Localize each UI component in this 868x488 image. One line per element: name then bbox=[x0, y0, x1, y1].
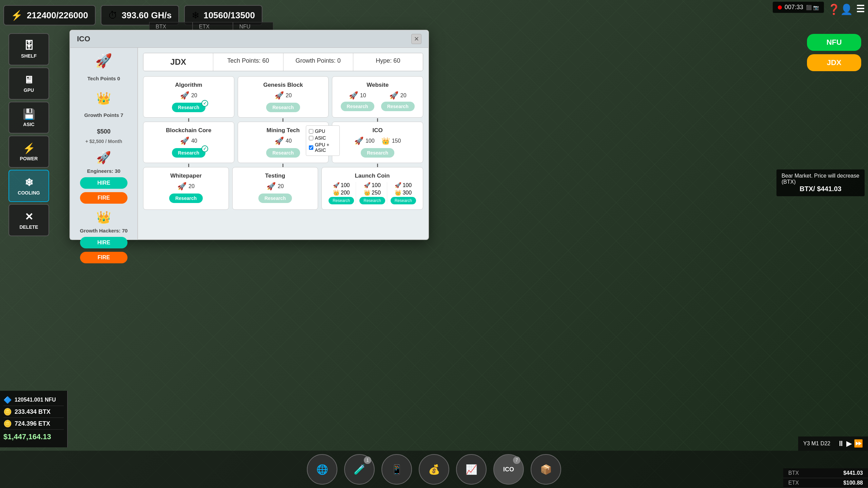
genesis-title: Genesis Block bbox=[263, 82, 303, 88]
menu-button[interactable]: ☰ bbox=[856, 3, 865, 15]
help-button[interactable]: ❓👤 bbox=[828, 3, 853, 15]
hire-engineers-button[interactable]: HIRE bbox=[80, 177, 127, 189]
whitepaper-title: Whitepaper bbox=[170, 172, 202, 179]
algorithm-done-badge: ✓ bbox=[201, 100, 208, 107]
etx-icon: 🪙 bbox=[3, 420, 12, 428]
gpu-checkbox[interactable] bbox=[309, 129, 313, 134]
website-research-button-2[interactable]: Research bbox=[381, 102, 415, 111]
btx-price-label: BTX bbox=[788, 470, 799, 476]
sidebar-item-shelf[interactable]: 🗄 SHELF bbox=[8, 33, 49, 65]
gpuasic-checkbox-item[interactable]: GPU + ASIC bbox=[309, 142, 337, 153]
engineers-label: Engineers: 30 bbox=[87, 168, 120, 174]
btx-price-value: $441.03 bbox=[843, 470, 863, 476]
col-line-inner-4 bbox=[188, 164, 189, 167]
testing-title: Testing bbox=[265, 172, 285, 179]
asic-checkbox[interactable] bbox=[309, 136, 313, 140]
website-node: Website 🚀 10 Research bbox=[332, 76, 423, 118]
nav-money[interactable]: 💰 bbox=[419, 454, 449, 485]
testing-research-button[interactable]: Research bbox=[258, 194, 292, 203]
launch-research-btn-3[interactable]: Research bbox=[391, 197, 416, 204]
col-line-5 bbox=[238, 164, 329, 167]
launch-research-btn-2[interactable]: Research bbox=[359, 197, 385, 204]
engineer-avatar: 🚀 bbox=[96, 151, 111, 165]
sidebar-item-asic[interactable]: 💾 ASIC bbox=[8, 102, 49, 134]
usd-value: $1,447,164.13 bbox=[3, 430, 64, 444]
jdx-button[interactable]: JDX bbox=[807, 54, 861, 71]
hashrate-value: 393.60 GH/s bbox=[122, 10, 172, 21]
ico-node-title: ICO bbox=[373, 127, 383, 134]
coin-buttons: NFU JDX bbox=[807, 34, 861, 71]
nav-box[interactable]: 📦 bbox=[531, 454, 561, 485]
power-sidebar-icon: ⚡ bbox=[23, 142, 35, 154]
timer-dot bbox=[778, 5, 782, 9]
modal-body: 🚀 Tech Points 0 👑 Growth Points 7 $500 +… bbox=[70, 48, 428, 240]
lc-col-1: 🚀100 👑200 Research bbox=[327, 182, 356, 204]
asic-icon: 💾 bbox=[23, 108, 35, 120]
sidebar-item-gpu[interactable]: 🖥 GPU bbox=[8, 67, 49, 100]
sidebar-item-cooling[interactable]: ❄ COOLING bbox=[8, 170, 49, 202]
col-line-inner-5 bbox=[282, 164, 283, 167]
sidebar-item-power[interactable]: ⚡ POWER bbox=[8, 136, 49, 168]
algorithm-node: Algorithm 🚀 20 Research ✓ bbox=[143, 76, 234, 118]
nav-flask[interactable]: 🧪 1 bbox=[344, 454, 375, 485]
ico-cost-2: 👑 150 bbox=[381, 137, 401, 145]
ico-tech-points: Tech Points: 60 bbox=[213, 53, 283, 71]
btx-value: 233.434 BTX bbox=[15, 408, 51, 415]
gpu-icon: 🖥 bbox=[24, 74, 34, 86]
col-line-1 bbox=[143, 118, 234, 122]
gpu-checkbox-item[interactable]: GPU bbox=[309, 128, 337, 134]
tree-row-3: Whitepaper 🚀 20 Research Testing 🚀 20 bbox=[143, 167, 423, 210]
modal-close-button[interactable]: ✕ bbox=[411, 34, 421, 44]
gpuasic-checkbox[interactable] bbox=[309, 145, 313, 150]
modal-left-panel: 🚀 Tech Points 0 👑 Growth Points 7 $500 +… bbox=[70, 48, 138, 240]
tree-row-2: Blockchain Core 🚀 40 Research ✓ bbox=[143, 122, 423, 163]
ico-research-button[interactable]: Research bbox=[361, 148, 394, 158]
miningtech-research-button[interactable]: Research bbox=[266, 148, 300, 158]
col-line-6 bbox=[332, 164, 423, 167]
blockchain-node: Blockchain Core 🚀 40 Research ✓ bbox=[143, 122, 234, 163]
etx-value: 724.396 ETX bbox=[15, 420, 50, 427]
nfu-button[interactable]: NFU bbox=[807, 34, 861, 51]
modal-title: ICO bbox=[77, 35, 90, 43]
website-research-button-1[interactable]: Research bbox=[341, 102, 374, 111]
col-line-4 bbox=[143, 164, 234, 167]
modal-right-panel: JDX Tech Points: 60 Growth Points: 0 Hyp… bbox=[138, 48, 428, 240]
testing-node: Testing 🚀 20 Research bbox=[232, 167, 318, 210]
hire-growth-button[interactable]: HIRE bbox=[80, 237, 127, 248]
launch-research-btn-1[interactable]: Research bbox=[329, 197, 354, 204]
spacer-1 bbox=[143, 118, 423, 122]
shelf-icon: 🗄 bbox=[24, 40, 34, 52]
etx-price-row: ETX $100.88 bbox=[783, 478, 868, 488]
genesis-node: Genesis Block 🚀 20 Research bbox=[238, 76, 329, 118]
fire-growth-button[interactable]: FIRE bbox=[80, 252, 127, 263]
bottom-right-stats: BTX $441.03 ETX $100.88 bbox=[783, 468, 868, 488]
fast-forward-button[interactable]: ⏩ bbox=[854, 439, 863, 448]
asic-checkbox-item[interactable]: ASIC bbox=[309, 135, 337, 141]
website-cost-1: 🚀 10 bbox=[349, 91, 366, 100]
money-value: $500 bbox=[97, 128, 111, 135]
genesis-research-button[interactable]: Research bbox=[266, 103, 300, 112]
play-button[interactable]: ▶ bbox=[846, 439, 852, 448]
gpuasic-checkbox-label: GPU + ASIC bbox=[315, 142, 337, 153]
btx-icon: 🪙 bbox=[3, 408, 12, 416]
algorithm-research-button[interactable]: Research ✓ bbox=[172, 103, 205, 112]
shelf-label: SHELF bbox=[21, 53, 37, 59]
nav-chart[interactable]: 📈 bbox=[456, 454, 487, 485]
blockchain-research-button[interactable]: Research ✓ bbox=[172, 148, 205, 158]
cooling-label: COOLING bbox=[18, 190, 40, 196]
timer-display: 007:33 ⬛ 📷 bbox=[773, 2, 824, 13]
cooling-icon: ❄ bbox=[192, 10, 199, 21]
ico-node: ICO 🚀 100 👑 150 Research bbox=[332, 122, 423, 163]
nav-globe[interactable]: 🌐 bbox=[307, 454, 337, 485]
whitepaper-research-button[interactable]: Research bbox=[169, 194, 203, 203]
nav-ico[interactable]: ICO 7 bbox=[493, 454, 524, 485]
launch-coin-node: Launch Coin 🚀100 👑200 Research bbox=[321, 167, 423, 210]
asic-checkbox-label: ASIC bbox=[315, 135, 326, 141]
fire-engineers-button[interactable]: FIRE bbox=[80, 192, 127, 204]
phone-icon: 📱 bbox=[391, 464, 403, 475]
nav-phone[interactable]: 📱 bbox=[381, 454, 412, 485]
sidebar-item-delete[interactable]: ✕ DELETE bbox=[8, 204, 49, 236]
testing-cost: 🚀 20 bbox=[267, 182, 284, 191]
col-line-inner-1 bbox=[188, 118, 189, 122]
pause-button[interactable]: ⏸ bbox=[837, 439, 845, 448]
